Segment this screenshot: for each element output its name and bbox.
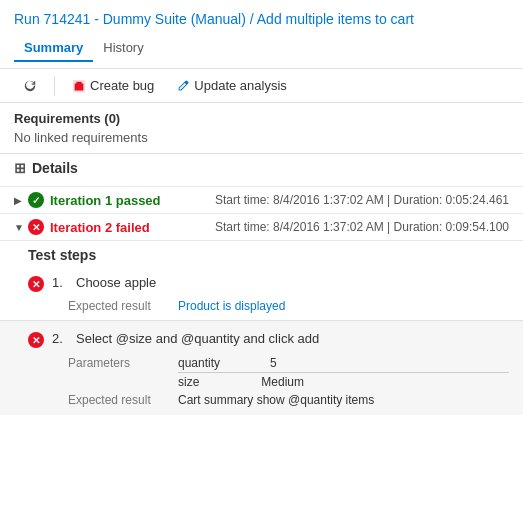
details-section: ⊞ Details xyxy=(0,154,523,186)
iteration-2-meta: Start time: 8/4/2016 1:37:02 AM | Durati… xyxy=(215,220,509,234)
no-linked-requirements: No linked requirements xyxy=(14,130,509,145)
step-2-params-container: Parameters quantity 5 size Medium xyxy=(68,356,509,389)
step-2-status-icon: ✕ xyxy=(28,332,44,348)
details-title: Details xyxy=(32,160,78,176)
details-expand-icon[interactable]: ⊞ xyxy=(14,160,26,176)
iteration-2-row[interactable]: ▼ ✕ Iteration 2 failed Start time: 8/4/2… xyxy=(0,213,523,240)
step-2-section: ✕ 2. Select @size and @quantity and clic… xyxy=(0,320,523,415)
step-1-expected-value: Product is displayed xyxy=(178,299,285,313)
update-analysis-button[interactable]: Update analysis xyxy=(167,74,296,97)
iteration-2-toggle[interactable]: ▼ xyxy=(14,222,28,233)
step-2-expected-label: Expected result xyxy=(68,393,178,407)
bug-icon xyxy=(72,79,86,93)
step-2-number: 2. xyxy=(52,331,68,346)
step-1-expected-label: Expected result xyxy=(68,299,178,313)
pencil-icon xyxy=(176,79,190,93)
tab-history[interactable]: History xyxy=(93,36,153,62)
step-2-row: ✕ 2. Select @size and @quantity and clic… xyxy=(28,327,509,352)
step-2-params-label: Parameters xyxy=(68,356,178,389)
refresh-icon xyxy=(23,79,37,93)
create-bug-label: Create bug xyxy=(90,78,154,93)
create-bug-button[interactable]: Create bug xyxy=(63,74,163,97)
step-1-text: Choose apple xyxy=(76,275,156,290)
step-1-status-icon: ✕ xyxy=(28,276,44,292)
params-row-1: quantity 5 xyxy=(178,356,509,373)
iteration-2-label: Iteration 2 failed xyxy=(50,220,150,235)
step-2-params-content: quantity 5 size Medium xyxy=(178,356,509,389)
requirements-section: Requirements (0) No linked requirements xyxy=(0,103,523,154)
params-row-2: size Medium xyxy=(178,373,509,389)
tab-summary[interactable]: Summary xyxy=(14,36,93,62)
iteration-1-meta: Start time: 8/4/2016 1:37:02 AM | Durati… xyxy=(215,193,509,207)
step-2-expected-value: Cart summary show @quantity items xyxy=(178,393,374,407)
iteration-1-toggle[interactable]: ▶ xyxy=(14,195,28,206)
update-analysis-label: Update analysis xyxy=(194,78,287,93)
refresh-button[interactable] xyxy=(14,75,46,97)
iteration-1-label: Iteration 1 passed xyxy=(50,193,161,208)
param-size-value: Medium xyxy=(261,375,304,389)
param-quantity-name: quantity xyxy=(178,356,220,370)
param-quantity-value: 5 xyxy=(270,356,277,370)
iteration-2-status-icon: ✕ xyxy=(28,219,44,235)
step-1-row: ✕ 1. Choose apple xyxy=(28,271,509,296)
requirements-title: Requirements (0) xyxy=(14,111,509,126)
step-1-number: 1. xyxy=(52,275,68,290)
test-steps-title: Test steps xyxy=(28,247,509,263)
test-steps-section: Test steps ✕ 1. Choose apple Expected re… xyxy=(0,240,523,320)
page-title: Run 714241 - Dummy Suite (Manual) / Add … xyxy=(14,10,509,28)
step-2-expected-row: Expected result Cart summary show @quant… xyxy=(68,393,509,407)
toolbar: Create bug Update analysis xyxy=(0,69,523,103)
step-1-expected-row: Expected result Product is displayed xyxy=(68,296,509,316)
toolbar-divider-1 xyxy=(54,76,55,96)
param-size-name: size xyxy=(178,375,199,389)
step-2-text: Select @size and @quantity and click add xyxy=(76,331,319,346)
iteration-1-status-icon: ✓ xyxy=(28,192,44,208)
details-header: ⊞ Details xyxy=(14,160,509,176)
tab-bar: Summary History xyxy=(14,36,509,62)
page-header: Run 714241 - Dummy Suite (Manual) / Add … xyxy=(0,0,523,69)
iteration-1-row[interactable]: ▶ ✓ Iteration 1 passed Start time: 8/4/2… xyxy=(0,186,523,213)
